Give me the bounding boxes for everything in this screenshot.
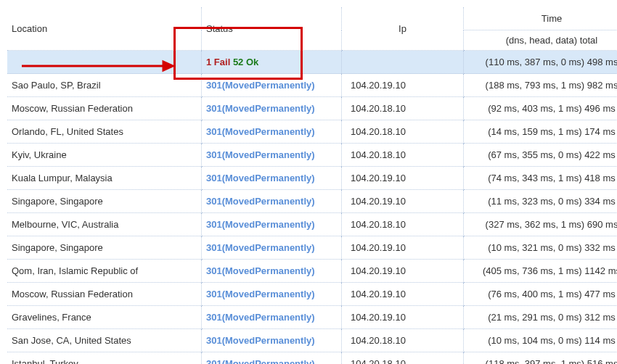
table-row: Qom, Iran, Islamic Republic of 301(Moved… — [7, 260, 617, 283]
status-link[interactable]: 301(MovedPermanently) — [206, 126, 315, 137]
cell-status: 301(MovedPermanently) — [202, 74, 342, 97]
cell-location: Kyiv, Ukraine — [7, 144, 202, 167]
cell-status: 301(MovedPermanently) — [202, 213, 342, 236]
cell-ip: 104.20.19.10 — [342, 260, 464, 283]
cell-location: Melbourne, VIC, Australia — [7, 213, 202, 236]
status-link[interactable]: 301(MovedPermanently) — [206, 242, 315, 253]
cell-location: Kuala Lumpur, Malaysia — [7, 167, 202, 190]
table-row: Moscow, Russian Federation 301(MovedPerm… — [7, 97, 617, 120]
status-link[interactable]: 301(MovedPermanently) — [206, 149, 315, 160]
summary-fail-count: 1 — [206, 57, 211, 67]
table-row: Singapore, Singapore 301(MovedPermanentl… — [7, 236, 617, 260]
status-link[interactable]: 301(MovedPermanently) — [206, 173, 315, 183]
cell-ip: 104.20.18.10 — [342, 213, 464, 236]
cell-ip: 104.20.18.10 — [342, 352, 464, 365]
summary-time: (110 ms, 387 ms, 0 ms) 498 ms — [464, 51, 618, 74]
cell-time: (11 ms, 323 ms, 0 ms) 334 ms — [464, 190, 618, 213]
table-row: Kuala Lumpur, Malaysia 301(MovedPermanen… — [7, 167, 617, 190]
summary-status: 1 Fail 52 Ok — [202, 51, 342, 74]
cell-status: 301(MovedPermanently) — [202, 97, 342, 120]
cell-status: 301(MovedPermanently) — [202, 260, 342, 283]
cell-status: 301(MovedPermanently) — [202, 329, 342, 352]
table-row: Istanbul, Turkey 301(MovedPermanently) 1… — [7, 352, 617, 365]
summary-ip — [342, 51, 464, 74]
summary-ok-label: Ok — [246, 57, 258, 67]
summary-fail-label: Fail — [214, 57, 230, 67]
cell-location: Istanbul, Turkey — [7, 352, 202, 365]
cell-location: Singapore, Singapore — [7, 190, 202, 213]
cell-time: (67 ms, 355 ms, 0 ms) 422 ms — [464, 144, 618, 167]
cell-location: San Jose, CA, United States — [7, 329, 202, 352]
status-link[interactable]: 301(MovedPermanently) — [206, 80, 315, 91]
col-header-location[interactable]: Location — [7, 7, 202, 51]
summary-row: 1 Fail 52 Ok (110 ms, 387 ms, 0 ms) 498 … — [7, 51, 617, 74]
cell-ip: 104.20.19.10 — [342, 283, 464, 306]
table-row: Sao Paulo, SP, Brazil 301(MovedPermanent… — [7, 74, 617, 97]
status-link[interactable]: 301(MovedPermanently) — [206, 103, 315, 114]
cell-status: 301(MovedPermanently) — [202, 167, 342, 190]
cell-time: (118 ms, 397 ms, 1 ms) 516 ms — [464, 352, 618, 365]
cell-time: (327 ms, 362 ms, 1 ms) 690 ms — [464, 213, 618, 236]
status-link[interactable]: 301(MovedPermanently) — [206, 335, 315, 346]
cell-status: 301(MovedPermanently) — [202, 190, 342, 213]
cell-time: (74 ms, 343 ms, 1 ms) 418 ms — [464, 167, 618, 190]
cell-time: (14 ms, 159 ms, 1 ms) 174 ms — [464, 120, 618, 144]
cell-status: 301(MovedPermanently) — [202, 144, 342, 167]
cell-location: Qom, Iran, Islamic Republic of — [7, 260, 202, 283]
cell-ip: 104.20.18.10 — [342, 120, 464, 144]
cell-status: 301(MovedPermanently) — [202, 236, 342, 260]
cell-time: (188 ms, 793 ms, 1 ms) 982 ms — [464, 74, 618, 97]
cell-status: 301(MovedPermanently) — [202, 352, 342, 365]
summary-ok-count: 52 — [233, 57, 243, 67]
cell-location: Orlando, FL, United States — [7, 120, 202, 144]
table-row: Melbourne, VIC, Australia 301(MovedPerma… — [7, 213, 617, 236]
cell-location: Sao Paulo, SP, Brazil — [7, 74, 202, 97]
col-header-ip[interactable]: Ip — [342, 7, 464, 51]
cell-time: (10 ms, 104 ms, 0 ms) 114 ms — [464, 329, 618, 352]
table-row: Moscow, Russian Federation 301(MovedPerm… — [7, 283, 617, 306]
cell-location: Moscow, Russian Federation — [7, 97, 202, 120]
cell-time: (405 ms, 736 ms, 1 ms) 1142 ms — [464, 260, 618, 283]
col-header-time[interactable]: Time — [464, 7, 618, 30]
cell-ip: 104.20.19.10 — [342, 236, 464, 260]
status-link[interactable]: 301(MovedPermanently) — [206, 265, 315, 276]
cell-status: 301(MovedPermanently) — [202, 120, 342, 144]
table-row: San Jose, CA, United States 301(MovedPer… — [7, 329, 617, 352]
cell-time: (92 ms, 403 ms, 1 ms) 496 ms — [464, 97, 618, 120]
table-row: Kyiv, Ukraine 301(MovedPermanently) 104.… — [7, 144, 617, 167]
cell-location: Gravelines, France — [7, 306, 202, 329]
col-header-time-sub: (dns, head, data) total — [464, 30, 618, 51]
cell-status: 301(MovedPermanently) — [202, 306, 342, 329]
status-link[interactable]: 301(MovedPermanently) — [206, 312, 315, 323]
status-link[interactable]: 301(MovedPermanently) — [206, 358, 315, 364]
status-link[interactable]: 301(MovedPermanently) — [206, 289, 315, 299]
col-header-status[interactable]: Status — [202, 7, 342, 51]
status-link[interactable]: 301(MovedPermanently) — [206, 196, 315, 207]
table-row: Singapore, Singapore 301(MovedPermanentl… — [7, 190, 617, 213]
cell-time: (10 ms, 321 ms, 0 ms) 332 ms — [464, 236, 618, 260]
cell-ip: 104.20.18.10 — [342, 144, 464, 167]
summary-location — [7, 51, 202, 74]
cell-location: Moscow, Russian Federation — [7, 283, 202, 306]
table-row: Gravelines, France 301(MovedPermanently)… — [7, 306, 617, 329]
cell-time: (76 ms, 400 ms, 1 ms) 477 ms — [464, 283, 618, 306]
table-row: Orlando, FL, United States 301(MovedPerm… — [7, 120, 617, 144]
cell-ip: 104.20.19.10 — [342, 167, 464, 190]
cell-ip: 104.20.18.10 — [342, 329, 464, 352]
status-link[interactable]: 301(MovedPermanently) — [206, 219, 315, 230]
cell-time: (21 ms, 291 ms, 0 ms) 312 ms — [464, 306, 618, 329]
results-table: Location Status Ip Time (dns, head, data… — [7, 7, 617, 364]
cell-ip: 104.20.19.10 — [342, 190, 464, 213]
cell-status: 301(MovedPermanently) — [202, 283, 342, 306]
cell-location: Singapore, Singapore — [7, 236, 202, 260]
cell-ip: 104.20.19.10 — [342, 74, 464, 97]
cell-ip: 104.20.18.10 — [342, 97, 464, 120]
cell-ip: 104.20.19.10 — [342, 306, 464, 329]
